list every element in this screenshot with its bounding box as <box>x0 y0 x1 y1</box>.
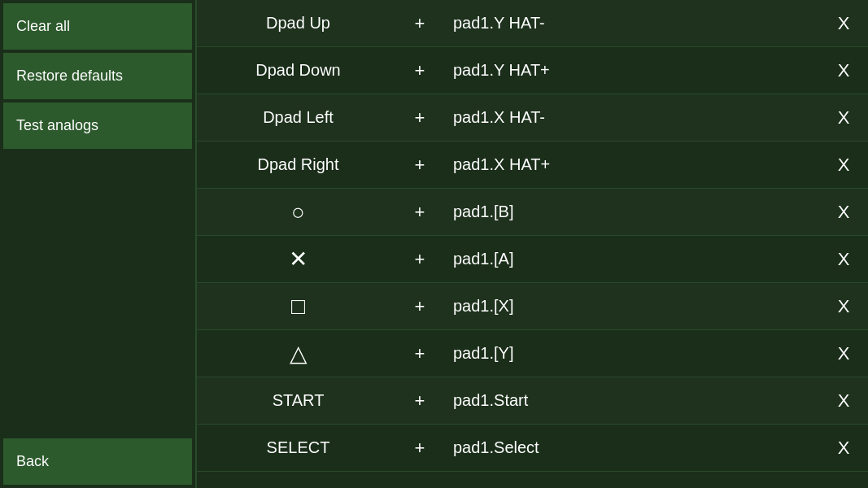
sidebar-spacer <box>3 152 192 435</box>
action-cell-2: Dpad Left <box>197 98 399 137</box>
mapping-row: Dpad Left+pad1.X HAT-X <box>197 94 868 142</box>
plus-cell-9: + <box>399 438 440 459</box>
mapping-row: Dpad Right+pad1.X HAT+X <box>197 142 868 189</box>
sidebar-button-back[interactable]: Back <box>3 438 192 485</box>
sidebar-button-restore-defaults[interactable]: Restore defaults <box>3 53 192 99</box>
binding-cell-4[interactable]: pad1.[B] <box>440 193 819 231</box>
mapping-row: ✕+pad1.[A]X <box>197 236 868 283</box>
mapping-row: START+pad1.StartX <box>197 377 868 425</box>
binding-cell-8[interactable]: pad1.Start <box>440 381 819 420</box>
clear-button-1[interactable]: X <box>819 50 868 91</box>
plus-cell-7: + <box>399 343 440 364</box>
plus-cell-5: + <box>399 249 440 270</box>
mapping-row: △+pad1.[Y]X <box>197 330 868 377</box>
binding-cell-7[interactable]: pad1.[Y] <box>440 334 819 373</box>
plus-cell-3: + <box>399 155 440 176</box>
action-cell-9: SELECT <box>197 429 399 467</box>
mapping-row: ○+pad1.[B]X <box>197 189 868 236</box>
binding-cell-6[interactable]: pad1.[X] <box>440 287 819 325</box>
clear-button-0[interactable]: X <box>819 3 868 44</box>
mapping-row: □+pad1.[X]X <box>197 283 868 330</box>
mappings-list: Dpad Up+pad1.Y HAT-XDpad Down+pad1.Y HAT… <box>197 0 868 488</box>
plus-cell-4: + <box>399 202 440 223</box>
plus-cell-6: + <box>399 296 440 317</box>
plus-cell-1: + <box>399 60 440 81</box>
clear-button-8[interactable]: X <box>819 381 868 421</box>
clear-button-2[interactable]: X <box>819 98 868 138</box>
clear-button-3[interactable]: X <box>819 145 868 185</box>
sidebar-button-clear-all[interactable]: Clear all <box>3 3 192 50</box>
binding-cell-5[interactable]: pad1.[A] <box>440 240 819 278</box>
binding-cell-3[interactable]: pad1.X HAT+ <box>440 146 819 184</box>
binding-cell-2[interactable]: pad1.X HAT- <box>440 98 819 137</box>
plus-cell-0: + <box>399 13 440 34</box>
binding-cell-1[interactable]: pad1.Y HAT+ <box>440 51 819 89</box>
action-cell-1: Dpad Down <box>197 51 399 89</box>
mapping-row: Dpad Up+pad1.Y HAT-X <box>197 0 868 47</box>
plus-cell-8: + <box>399 390 440 412</box>
action-cell-8: START <box>197 381 399 420</box>
clear-button-7[interactable]: X <box>819 333 868 374</box>
mapping-row: SELECT+pad1.SelectX <box>197 425 868 472</box>
clear-button-4[interactable]: X <box>819 192 868 233</box>
action-cell-3: Dpad Right <box>197 146 399 184</box>
action-cell-7: △ <box>197 330 399 377</box>
sidebar: Clear allRestore defaultsTest analogsBac… <box>0 0 195 488</box>
binding-cell-0[interactable]: pad1.Y HAT- <box>440 4 819 42</box>
binding-cell-9[interactable]: pad1.Select <box>440 429 819 467</box>
action-cell-5: ✕ <box>197 236 399 282</box>
plus-cell-2: + <box>399 107 440 129</box>
action-cell-0: Dpad Up <box>197 4 399 42</box>
clear-button-9[interactable]: X <box>819 428 868 468</box>
clear-button-6[interactable]: X <box>819 286 868 327</box>
action-cell-4: ○ <box>197 190 399 235</box>
action-cell-6: □ <box>197 284 399 329</box>
mapping-row: Dpad Down+pad1.Y HAT+X <box>197 47 868 94</box>
clear-button-5[interactable]: X <box>819 239 868 280</box>
sidebar-button-test-analogs[interactable]: Test analogs <box>3 102 192 149</box>
